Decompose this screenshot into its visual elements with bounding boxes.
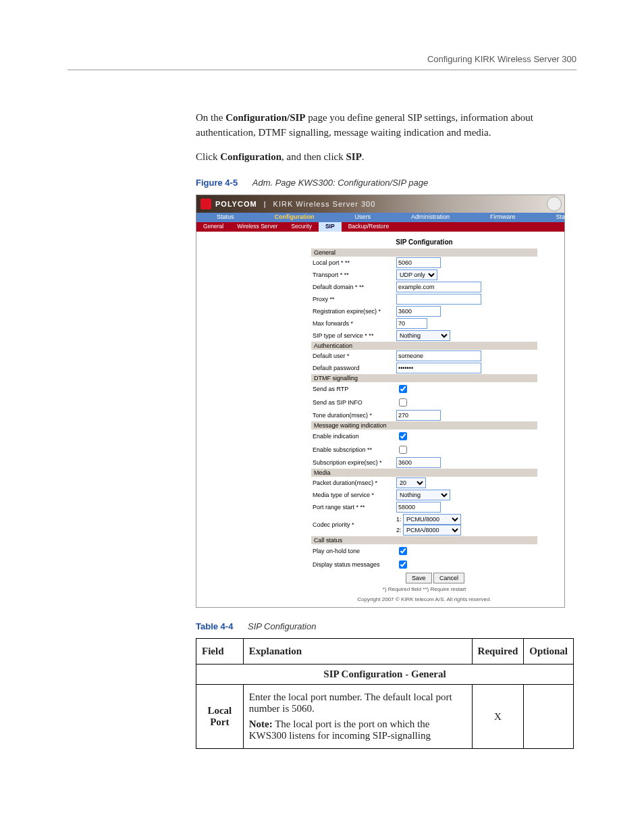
input-max-forwards[interactable] — [396, 318, 427, 329]
label-transport: Transport * ** — [311, 269, 395, 281]
secondary-tab[interactable]: Wireless Server — [230, 222, 284, 232]
label-proxy: Proxy ** — [311, 293, 395, 305]
sip-form-table: General Local port * ** Transport * ** U… — [311, 249, 537, 571]
header-rule — [68, 70, 576, 70]
input-default-password[interactable] — [396, 363, 481, 373]
input-tone-duration[interactable] — [396, 410, 441, 421]
checkbox-send-rtp[interactable] — [399, 385, 407, 393]
embedded-screenshot: POLYCOM | KIRK Wireless Server 300 Statu… — [196, 194, 565, 608]
input-default-user[interactable] — [396, 350, 481, 361]
label-send-rtp: Send as RTP — [311, 382, 395, 396]
secondary-tab-bar: GeneralWireless ServerSecuritySIPBackup/… — [196, 222, 564, 232]
table-row: Field Explanation Required Optional — [196, 639, 574, 664]
section-mwi: Message waiting indication — [311, 421, 537, 429]
note-lead: Note: — [249, 719, 273, 729]
primary-tab[interactable]: Statistics — [536, 213, 601, 222]
page-container: Configuring KIRK Wireless Server 300 On … — [0, 0, 644, 789]
input-proxy[interactable] — [396, 294, 481, 305]
select-codec-2[interactable]: PCMA/8000 — [403, 525, 461, 536]
section-dtmf: DTMF signalling — [311, 374, 537, 382]
secondary-tab[interactable]: General — [196, 222, 230, 232]
primary-tab[interactable]: Users — [335, 213, 392, 222]
explanation-line-2: The local port is the port on which the … — [249, 719, 431, 741]
table-label: Table 4-4 — [196, 621, 233, 631]
cancel-button[interactable]: Cancel — [433, 573, 464, 583]
inline-bold: Configuration/SIP — [225, 112, 305, 123]
table-section-row: SIP Configuration - General — [196, 664, 574, 685]
select-codec-1[interactable]: PCMU/8000 — [403, 514, 461, 525]
label-local-port: Local port * ** — [311, 257, 395, 269]
label-default-password: Default password — [311, 362, 395, 374]
secondary-tab[interactable]: Backup/Restore — [342, 222, 396, 232]
label-reg-expire: Registration expire(sec) * — [311, 305, 395, 317]
input-default-domain[interactable] — [396, 282, 481, 292]
inline-bold: Configuration — [220, 151, 281, 162]
clock-icon — [547, 197, 562, 211]
label-send-info: Send as SIP INFO — [311, 396, 395, 409]
label-default-domain: Default domain * ** — [311, 281, 395, 293]
label-max-forwards: Max forwards * — [311, 317, 395, 330]
input-sub-expire[interactable] — [396, 457, 441, 468]
label-display-status: Display status messages — [311, 558, 395, 571]
label-tone-duration: Tone duration(msec) * — [311, 409, 395, 421]
click-paragraph: Click Configuration, and then click SIP. — [196, 150, 576, 165]
label-play-hold: Play on-hold tone — [311, 544, 395, 558]
intro-paragraph: On the Configuration/SIP page you define… — [196, 111, 576, 140]
figure-caption: Figure 4-5 Adm. Page KWS300: Configurati… — [196, 178, 576, 188]
th-optional: Optional — [524, 639, 574, 664]
td-section: SIP Configuration - General — [196, 664, 574, 685]
product-name: KIRK Wireless Server 300 — [273, 200, 376, 208]
section-general: General — [311, 249, 537, 257]
select-packet-duration[interactable]: 20 — [396, 477, 426, 488]
checkbox-enable-indication[interactable] — [399, 432, 407, 440]
primary-tab-bar: StatusConfigurationUsersAdministrationFi… — [196, 213, 564, 222]
reference-table: Field Explanation Required Optional SIP … — [196, 638, 574, 749]
checkbox-enable-subscription[interactable] — [399, 446, 407, 454]
th-explanation: Explanation — [243, 639, 472, 664]
checkbox-play-hold[interactable] — [399, 547, 407, 555]
th-required: Required — [472, 639, 524, 664]
input-local-port[interactable] — [396, 257, 441, 268]
input-port-range[interactable] — [396, 502, 441, 513]
app-titlebar: POLYCOM | KIRK Wireless Server 300 — [196, 195, 564, 213]
table-title: SIP Configuration — [248, 621, 316, 631]
label-media-tos: Media type of service * — [311, 489, 395, 501]
primary-tab[interactable]: Firmware — [470, 213, 536, 222]
section-media: Media — [311, 469, 537, 477]
label-sub-expire: Subscription expire(sec) * — [311, 457, 395, 469]
save-button[interactable]: Save — [406, 573, 432, 583]
label-enable-indication: Enable indication — [311, 429, 395, 443]
checkbox-send-info[interactable] — [399, 398, 407, 407]
secondary-tab[interactable]: Security — [284, 222, 319, 232]
input-reg-expire[interactable] — [396, 306, 441, 317]
checkbox-display-status[interactable] — [399, 561, 407, 569]
select-media-tos[interactable]: Nothing — [396, 490, 450, 500]
figure-label: Figure 4-5 — [196, 178, 238, 188]
label-sip-tos: SIP type of service * ** — [311, 330, 395, 342]
table-caption: Table 4-4 SIP Configuration — [196, 621, 576, 631]
section-call-status: Call status — [311, 536, 537, 544]
primary-tab[interactable]: Configuration — [254, 213, 335, 222]
td-optional — [524, 685, 574, 749]
explanation-line-1: Enter the local port number. The default… — [249, 692, 466, 714]
td-field: Local Port — [196, 685, 244, 749]
secondary-tab[interactable]: SIP — [319, 222, 342, 232]
td-explanation: Enter the local port number. The default… — [243, 685, 472, 749]
th-field: Field — [196, 639, 244, 664]
polycom-logo-icon — [200, 199, 211, 209]
primary-tab[interactable]: Administration — [391, 213, 470, 222]
label-default-user: Default user * — [311, 350, 395, 362]
brand-name: POLYCOM — [215, 200, 257, 208]
inline-bold: SIP — [346, 151, 361, 162]
select-transport[interactable]: UDP only — [396, 269, 437, 280]
label-codec-priority: Codec priority * — [311, 513, 395, 536]
content-area: On the Configuration/SIP page you define… — [196, 111, 576, 749]
primary-tab[interactable]: Status — [196, 213, 254, 222]
page-title: SIP Configuration — [311, 238, 537, 246]
select-sip-tos[interactable]: Nothing — [396, 330, 450, 341]
table-row: Local Port Enter the local port number. … — [196, 685, 574, 749]
label-port-range: Port range start * ** — [311, 501, 395, 513]
footnote-required: *) Required field **) Require restart — [311, 586, 537, 593]
titlebar-separator: | — [261, 200, 269, 208]
footnote-copyright: Copyright 2007 © KIRK telecom A/S. All r… — [311, 596, 537, 603]
